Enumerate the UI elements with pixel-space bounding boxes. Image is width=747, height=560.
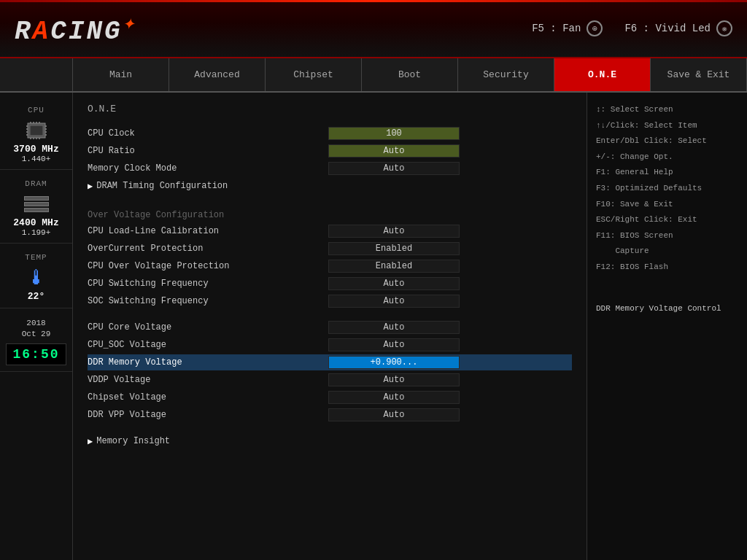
- cpu-core-volt-label: CPU Core Voltage: [88, 322, 328, 332]
- f6-label: F6 : Vivid Led: [624, 23, 711, 34]
- temp-label: TEMP: [25, 253, 47, 262]
- overcurrent-label: OverCurrent Protection: [88, 244, 328, 254]
- tab-security[interactable]: Security: [458, 58, 554, 91]
- dram-volt: 1.199+: [22, 228, 51, 237]
- load-line-label: CPU Load-Line Calibration: [88, 226, 328, 236]
- setting-row-ddr-volt[interactable]: DDR Memory Voltage +0.900...: [88, 354, 572, 370]
- memory-insight-label: ▶ Memory Insight: [88, 436, 328, 447]
- dram-section: DRAM 2400 MHz 1.199+: [0, 174, 72, 244]
- ddr-vpp-volt-label: DDR VPP Voltage: [88, 410, 328, 420]
- help-f11-capture: Capture: [596, 245, 738, 258]
- date-display: 2018 Oct 29: [22, 318, 51, 341]
- help-enter: Enter/Dbl Click: Select: [596, 135, 738, 148]
- setting-row-cpu-clock[interactable]: CPU Clock 100: [88, 125, 572, 141]
- cpu-sw-freq-value[interactable]: Auto: [328, 277, 460, 290]
- setting-row-vddp-volt[interactable]: VDDP Voltage Auto: [88, 372, 572, 388]
- f5-fan-button[interactable]: F5 : Fan ⊕: [532, 20, 603, 36]
- temp-section: TEMP 🌡 22°: [0, 247, 72, 308]
- setting-row-cpu-core-volt[interactable]: CPU Core Voltage Auto: [88, 319, 572, 335]
- logo-text: RACING✦: [15, 10, 137, 47]
- cpu-clock-value[interactable]: 100: [328, 127, 460, 140]
- help-f10: F10: Save & Exit: [596, 198, 738, 211]
- f5-label: F5 : Fan: [532, 23, 581, 34]
- header: RACING✦ F5 : Fan ⊕ F6 : Vivid Led ❋: [0, 0, 747, 58]
- led-icon: ❋: [716, 20, 732, 36]
- cpu-ovp-value[interactable]: Enabled: [328, 260, 460, 273]
- help-f11: F11: BIOS Screen: [596, 230, 738, 243]
- chipset-volt-label: Chipset Voltage: [88, 392, 328, 402]
- chipset-volt-value[interactable]: Auto: [328, 391, 460, 404]
- cpu-ratio-label: CPU Ratio: [88, 146, 328, 156]
- time-display: 16:50: [6, 343, 66, 365]
- setting-row-load-line[interactable]: CPU Load-Line Calibration Auto: [88, 223, 572, 239]
- tab-one[interactable]: O.N.E: [554, 58, 651, 91]
- cpu-sw-freq-label: CPU Switching Frequency: [88, 279, 328, 289]
- date-time-section: 2018 Oct 29 16:50: [0, 312, 72, 372]
- dram-label: DRAM: [25, 179, 47, 188]
- help-f3: F3: Optimized Defaults: [596, 182, 738, 195]
- dram-timing-label: ▶ DRAM Timing Configuration: [88, 181, 328, 192]
- setting-row-cpu-sw-freq[interactable]: CPU Switching Frequency Auto: [88, 276, 572, 292]
- help-f1: F1: General Help: [596, 166, 738, 179]
- help-select-item: ↑↓/Click: Select Item: [596, 120, 738, 133]
- setting-row-cpu-ratio[interactable]: CPU Ratio Auto: [88, 143, 572, 159]
- dram-icon: [22, 193, 51, 215]
- help-description: DDR Memory Voltage Control: [596, 303, 738, 315]
- setting-row-memory-insight[interactable]: ▶ Memory Insight: [88, 433, 572, 449]
- setting-row-mem-clock-mode[interactable]: Memory Clock Mode Auto: [88, 160, 572, 176]
- tab-boot[interactable]: Boot: [362, 58, 458, 91]
- cpu-section: CPU: [0, 100, 72, 170]
- help-esc: ESC/Right Click: Exit: [596, 214, 738, 227]
- cpu-label: CPU: [28, 106, 44, 114]
- mem-clock-mode-value[interactable]: Auto: [328, 162, 460, 175]
- vddp-volt-label: VDDP Voltage: [88, 375, 328, 385]
- cpu-core-volt-value[interactable]: Auto: [328, 321, 460, 334]
- content-area: O.N.E CPU Clock 100 CPU Ratio Auto Memor…: [73, 93, 587, 560]
- temp-value: 22°: [28, 291, 44, 302]
- setting-row-chipset-volt[interactable]: Chipset Voltage Auto: [88, 389, 572, 405]
- ddr-volt-label: DDR Memory Voltage: [88, 357, 328, 368]
- load-line-value[interactable]: Auto: [328, 225, 460, 238]
- cpu-freq: 3700 MHz: [13, 144, 58, 155]
- nav-bar: Main Advanced Chipset Boot Security O.N.…: [0, 58, 747, 93]
- cpu-volt: 1.440+: [22, 155, 51, 163]
- cpu-ovp-label: CPU Over Voltage Protection: [88, 261, 328, 271]
- tab-save-exit[interactable]: Save & Exit: [651, 58, 747, 91]
- tab-chipset[interactable]: Chipset: [266, 58, 362, 91]
- setting-row-cpu-soc-volt[interactable]: CPU_SOC Voltage Auto: [88, 337, 572, 353]
- help-change: +/-: Change Opt.: [596, 151, 738, 164]
- date-month: Oct 29: [22, 329, 51, 340]
- soc-sw-freq-value[interactable]: Auto: [328, 295, 460, 308]
- svg-rect-1: [30, 125, 43, 136]
- setting-row-ddr-vpp-volt[interactable]: DDR VPP Voltage Auto: [88, 407, 572, 423]
- tab-advanced[interactable]: Advanced: [169, 58, 266, 91]
- logo-area: RACING✦: [15, 10, 137, 47]
- soc-sw-freq-label: SOC Switching Frequency: [88, 296, 328, 306]
- overcurrent-value[interactable]: Enabled: [328, 242, 460, 255]
- setting-row-soc-sw-freq[interactable]: SOC Switching Frequency Auto: [88, 293, 572, 309]
- setting-row-dram-timing[interactable]: ▶ DRAM Timing Configuration: [88, 178, 572, 194]
- content-title: O.N.E: [88, 104, 572, 114]
- setting-row-overcurrent[interactable]: OverCurrent Protection Enabled: [88, 241, 572, 257]
- help-select-screen: ↕: Select Screen: [596, 104, 738, 117]
- date-year: 2018: [22, 318, 51, 329]
- cpu-icon: [22, 120, 51, 141]
- sidebar: CPU: [0, 93, 73, 560]
- dram-freq: 2400 MHz: [13, 217, 58, 228]
- cpu-soc-volt-value[interactable]: Auto: [328, 338, 460, 351]
- tab-main[interactable]: Main: [73, 58, 169, 91]
- cpu-soc-volt-label: CPU_SOC Voltage: [88, 340, 328, 350]
- vddp-volt-value[interactable]: Auto: [328, 373, 460, 386]
- ddr-volt-value[interactable]: +0.900...: [328, 356, 460, 369]
- thermo-icon: 🌡: [22, 267, 51, 289]
- over-voltage-header: Over Voltage Configuration: [88, 210, 572, 220]
- fan-icon: ⊕: [587, 20, 603, 36]
- setting-row-cpu-ovp[interactable]: CPU Over Voltage Protection Enabled: [88, 258, 572, 274]
- help-panel: ↕: Select Screen ↑↓/Click: Select Item E…: [587, 93, 747, 560]
- help-f12: F12: BIOS Flash: [596, 261, 738, 274]
- cpu-clock-label: CPU Clock: [88, 128, 328, 139]
- cpu-ratio-value[interactable]: Auto: [328, 144, 460, 158]
- main-layout: CPU: [0, 93, 747, 560]
- f6-led-button[interactable]: F6 : Vivid Led ❋: [624, 20, 732, 36]
- ddr-vpp-volt-value[interactable]: Auto: [328, 408, 460, 421]
